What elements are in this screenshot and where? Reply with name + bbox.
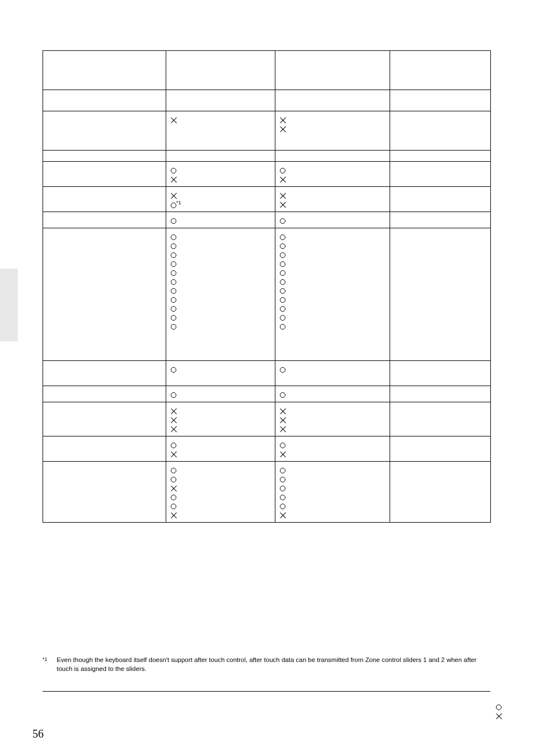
remarks-cell: [390, 386, 491, 402]
circle-icon: [171, 252, 176, 258]
circle-icon: [171, 306, 176, 312]
x-icon: [496, 713, 503, 720]
legend: [496, 702, 503, 720]
circle-icon: [171, 261, 176, 267]
x-icon: [280, 417, 287, 424]
recognized-cell: [275, 187, 390, 212]
transmitted-cell: [166, 386, 275, 402]
circle-icon: [280, 495, 285, 500]
circle-icon: [280, 443, 285, 448]
transmitted-cell: [166, 436, 275, 462]
remarks-cell: [390, 111, 491, 151]
x-icon: [171, 512, 177, 519]
x-icon: [280, 126, 287, 133]
circle-icon: [280, 252, 285, 258]
circle-icon: [280, 279, 285, 285]
remarks-cell: [390, 436, 491, 462]
circle-icon: [280, 261, 285, 267]
transmitted-cell: [166, 228, 275, 361]
table-row: [43, 462, 491, 523]
remarks-cell: [390, 212, 491, 228]
remarks-cell: [390, 462, 491, 523]
circle-icon: [280, 168, 285, 173]
remarks-cell: [390, 361, 491, 386]
recognized-cell: [275, 212, 390, 228]
transmitted-cell: [166, 462, 275, 523]
transmitted-cell: [166, 212, 275, 228]
x-icon: [171, 408, 177, 415]
recognized-cell: [275, 402, 390, 436]
circle-icon: [280, 243, 285, 249]
circle-icon: [171, 218, 176, 224]
x-icon: [280, 426, 287, 433]
page-number: 56: [32, 727, 44, 740]
circle-icon: [280, 392, 285, 398]
transmitted-cell: [166, 151, 275, 162]
circle-icon: [171, 297, 176, 303]
row-label-cell: [43, 402, 166, 436]
x-icon: [171, 485, 177, 492]
row-label-cell: [43, 187, 166, 212]
circle-icon: [280, 486, 285, 491]
circle-icon: [280, 504, 285, 509]
row-label-cell: [43, 386, 166, 402]
transmitted-cell: [166, 90, 275, 111]
recognized-cell: [275, 90, 390, 111]
remarks-cell: [390, 187, 491, 212]
row-label-cell: [43, 462, 166, 523]
table-row: [43, 162, 491, 187]
circle-icon: [171, 279, 176, 285]
x-icon: [280, 512, 287, 519]
transmitted-cell: [166, 111, 275, 151]
table-row: [43, 436, 491, 462]
recognized-cell: [275, 361, 390, 386]
table-row: [43, 228, 491, 361]
circle-icon: [280, 306, 285, 312]
footnote-marker: *1: [43, 656, 55, 666]
row-label-cell: [43, 361, 166, 386]
x-icon: [171, 426, 177, 433]
table-row: [43, 90, 491, 111]
table-row: [43, 386, 491, 402]
remarks-cell: [390, 228, 491, 361]
circle-icon: [171, 477, 176, 482]
circle-icon: [280, 468, 285, 473]
transmitted-cell: [166, 402, 275, 436]
transmitted-cell: [166, 162, 275, 187]
side-tab: [0, 269, 18, 341]
document-page: *1 *1 Even though the keyboard itself do…: [0, 0, 534, 756]
x-icon: [171, 451, 177, 458]
row-label-cell: [43, 228, 166, 361]
remarks-cell: [390, 151, 491, 162]
recognized-cell: [275, 111, 390, 151]
circle-icon: [171, 234, 176, 240]
x-icon: [280, 451, 287, 458]
circle-icon: [171, 324, 176, 330]
x-icon: [280, 117, 287, 124]
transmitted-cell: [166, 51, 275, 90]
table-row: [43, 212, 491, 228]
recognized-cell: [275, 462, 390, 523]
row-label-cell: [43, 212, 166, 228]
circle-icon: [280, 315, 285, 321]
circle-icon: [280, 324, 285, 330]
circle-icon: [171, 468, 176, 473]
remarks-cell: [390, 90, 491, 111]
x-icon: [280, 192, 287, 199]
circle-icon: [280, 234, 285, 240]
midi-chart-table: *1: [43, 50, 491, 523]
circle-icon: [171, 392, 176, 398]
remarks-cell: [390, 162, 491, 187]
table-row: [43, 402, 491, 436]
circle-icon: [171, 203, 176, 208]
table-bottom-border: [43, 691, 490, 692]
row-label-cell: [43, 90, 166, 111]
row-label-cell: [43, 111, 166, 151]
remarks-cell: [390, 402, 491, 436]
circle-icon: [171, 270, 176, 276]
circle-icon: [280, 297, 285, 303]
transmitted-cell: [166, 361, 275, 386]
circle-icon: [171, 367, 176, 373]
table-row: *1: [43, 187, 491, 212]
circle-icon: [280, 288, 285, 294]
